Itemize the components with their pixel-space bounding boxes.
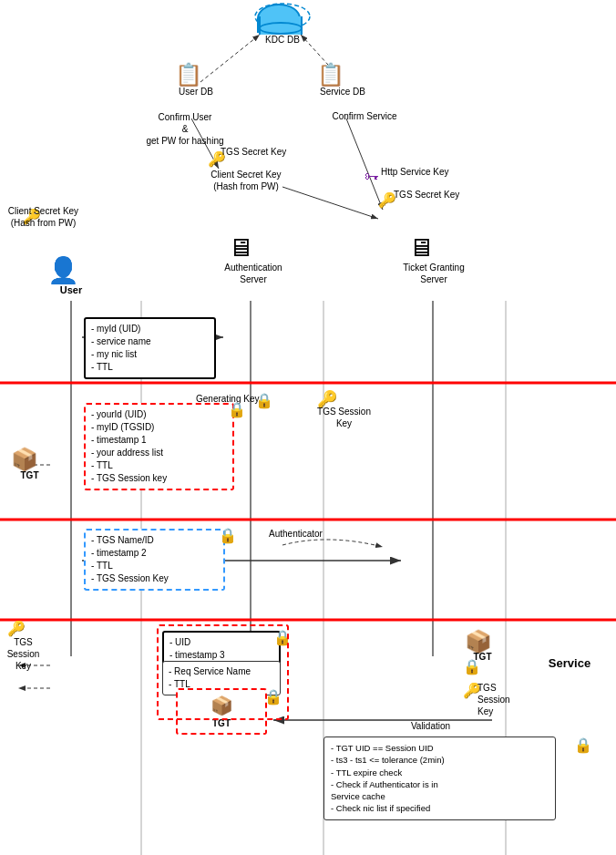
tgt-label-phase2: TGT <box>14 470 46 480</box>
user-icon: 👤 <box>47 255 79 285</box>
lock-red-phase2: 🔒 <box>255 392 273 409</box>
lock-red-tgt-phase4: 🔒 <box>264 688 282 706</box>
service-db-icon: 📋 <box>317 62 344 88</box>
validation-label: Validation <box>401 721 460 731</box>
phase3-tgs-request-box: - TGS Name/ID- timestamp 2- TTL- TGS Ses… <box>84 529 225 591</box>
tgt-icon-phase2: 📦 <box>11 447 38 472</box>
auth-server-icon: 🖥 <box>228 232 253 263</box>
phase4-uid-text: - UID- timestamp 3 <box>169 636 273 662</box>
svg-line-16 <box>346 118 383 210</box>
tgs-session-key-label-phase2: TGS SessionKey <box>314 406 374 429</box>
http-service-key-icon: 🗝 <box>364 169 379 185</box>
service-db-label: Service DB <box>315 87 370 97</box>
confirm-service-label: Confirm Service <box>328 111 401 121</box>
phase4-tgt-label: TGT <box>183 717 260 729</box>
phase4-tgt-box: 📦 TGT <box>176 688 267 735</box>
tgs-session-key-label-tgs: TGSSessionKey <box>477 682 510 717</box>
phase3-request-text: - TGS Name/ID- timestamp 2- TTL- TGS Ses… <box>91 534 218 585</box>
tgs-server-icon: 🖥 <box>408 232 434 263</box>
lock-green-uid: 🔒 <box>273 629 292 646</box>
lock-blue-phase3: 🔒 <box>219 527 237 544</box>
client-secret-key-auth-label: Client Secret Key(Hash from PW) <box>200 169 292 192</box>
lock-green-service: 🔒 <box>574 737 592 754</box>
authenticator-label: Authenticator <box>269 529 323 539</box>
tgs-session-key-icon-phase3: 🔑 <box>7 620 26 637</box>
user-db-icon: 📋 <box>175 62 202 88</box>
confirm-user-label: Confirm User&get PW for hashing <box>144 111 226 147</box>
kdc-db-label: KDC DB <box>260 35 305 45</box>
http-service-key-label: Http Service Key <box>381 166 448 178</box>
phase4-tgt-icon: 📦 <box>183 694 260 717</box>
lock-red-tgs-phase4: 🔒 <box>463 658 481 675</box>
phase2-response-text: - yourId (UID)- myID (TGSID)- timestamp … <box>91 408 227 485</box>
auth-server-label: AuthenticationServer <box>221 262 286 285</box>
phase1-request-box: - myId (UID) - service name - my nic lis… <box>84 317 216 379</box>
phase2-response-box: - yourId (UID)- myID (TGSID)- timestamp … <box>84 403 234 490</box>
kdc-db-icon <box>257 4 301 33</box>
tgs-session-key-label-phase3: TGSSessionKey <box>3 636 44 672</box>
phase4-req-service-text: - Req Service Name- TTL <box>169 665 274 691</box>
client-secret-key-left-label: Client Secret Key(Hash from PW) <box>5 205 82 229</box>
tgs-secret-key-2-label: TGS Secret Key <box>394 190 459 200</box>
svg-line-17 <box>282 187 378 219</box>
tgs-server-label: Ticket GrantingServer <box>401 262 467 285</box>
user-label: User <box>53 284 89 295</box>
phase4-validation-box: - TGT UID == Session UID - ts3 - ts1 <= … <box>323 737 556 820</box>
lock-red-response: 🔒 <box>228 401 246 418</box>
tgs-secret-key-1-label: TGS Secret Key <box>221 146 286 158</box>
phase4-validation-text: - TGT UID == Session UID - ts3 - ts1 <= … <box>331 742 549 815</box>
svg-line-13 <box>200 35 260 82</box>
user-db-label: User DB <box>173 87 219 97</box>
tgt-icon-tgs-phase4: 📦 <box>465 629 492 654</box>
service-label: Service <box>542 656 597 670</box>
phase1-request-text: - myId (UID) - service name - my nic lis… <box>91 323 209 374</box>
diagram: KDC DB 📋 User DB 📋 Service DB Confirm Us… <box>0 0 616 855</box>
